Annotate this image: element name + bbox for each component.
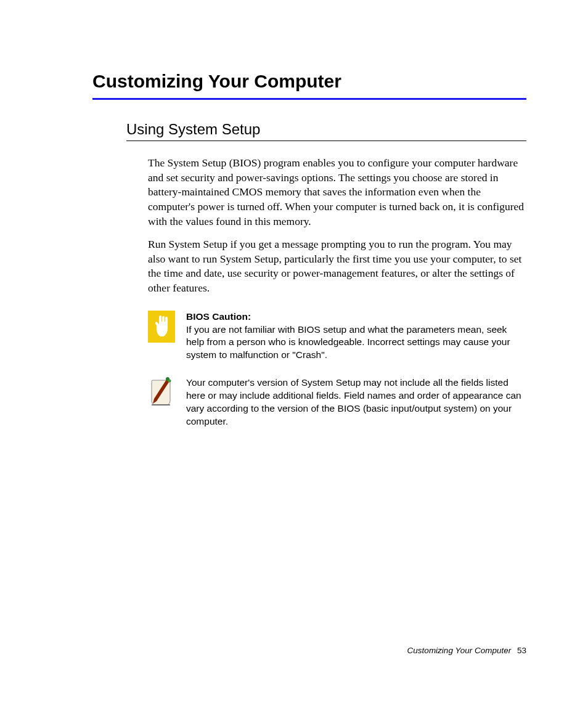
document-page: Customizing Your Computer Using System S… — [0, 0, 588, 465]
chapter-title: Customizing Your Computer — [92, 71, 526, 92]
section-title: Using System Setup — [126, 121, 526, 138]
footer-title: Customizing Your Computer — [407, 646, 512, 655]
caution-hand-icon — [148, 311, 175, 343]
page-footer: Customizing Your Computer 53 — [407, 646, 526, 655]
caution-callout: BIOS Caution: If you are not familiar wi… — [148, 311, 526, 362]
section-rule — [126, 141, 526, 141]
footer-page-number: 53 — [517, 646, 526, 655]
body-paragraph: The System Setup (BIOS) program enables … — [148, 156, 526, 229]
note-body: Your computer's version of System Setup … — [186, 377, 521, 426]
note-callout: Your computer's version of System Setup … — [148, 377, 526, 428]
note-pen-icon — [148, 377, 175, 409]
chapter-rule — [92, 98, 526, 100]
note-text: Your computer's version of System Setup … — [186, 377, 526, 428]
caution-title: BIOS Caution: — [186, 311, 251, 322]
caution-text: BIOS Caution: If you are not familiar wi… — [186, 311, 526, 362]
caution-body: If you are not familiar with BIOS setup … — [186, 324, 510, 361]
body-paragraph: Run System Setup if you get a message pr… — [148, 237, 526, 296]
svg-point-2 — [168, 380, 171, 383]
